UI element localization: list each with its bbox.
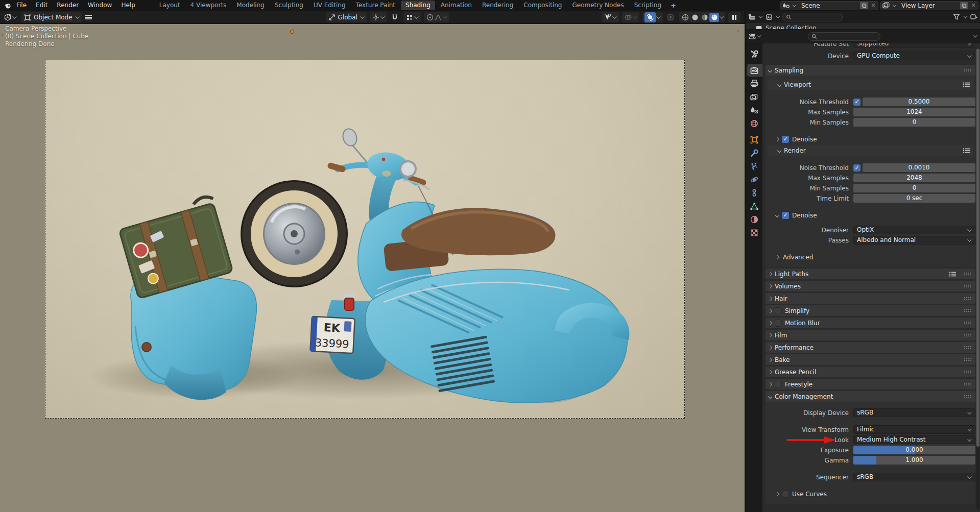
freestyle-panel-header[interactable]: Freestyle bbox=[766, 379, 975, 389]
scene-name[interactable]: Scene bbox=[798, 2, 858, 9]
panel-grip-icon[interactable] bbox=[964, 382, 972, 386]
pivot-point-button[interactable] bbox=[370, 12, 387, 22]
noise-threshold-checkbox[interactable] bbox=[853, 99, 861, 106]
use-curves-row[interactable]: Use Curves bbox=[766, 490, 975, 498]
mode-selector[interactable]: Object Mode bbox=[21, 12, 82, 22]
tab-texture-properties[interactable] bbox=[746, 226, 762, 239]
outliner-filter-icon[interactable] bbox=[952, 13, 961, 21]
tab-scripting[interactable]: Scripting bbox=[630, 1, 666, 10]
snap-toggle[interactable] bbox=[389, 12, 400, 22]
presets-icon[interactable] bbox=[949, 271, 957, 277]
noise-threshold-field[interactable]: 0.5000 bbox=[863, 97, 975, 106]
tab-material-properties[interactable] bbox=[746, 213, 762, 226]
panel-grip-icon[interactable] bbox=[964, 309, 972, 312]
outliner-display-mode-icon[interactable] bbox=[765, 13, 773, 21]
unlink-scene-icon[interactable]: ✕ bbox=[870, 2, 877, 9]
volumes-panel-header[interactable]: Volumes bbox=[766, 281, 975, 291]
render-region-button[interactable] bbox=[665, 12, 676, 22]
tab-uv-editing[interactable]: UV Editing bbox=[309, 1, 350, 10]
panel-grip-icon[interactable] bbox=[964, 346, 972, 349]
tab-rendering[interactable]: Rendering bbox=[477, 1, 518, 10]
viewport-3d[interactable]: Camera Perspective (0) Scene Collection … bbox=[0, 24, 745, 512]
exposure-slider[interactable]: 0.000 bbox=[853, 446, 975, 454]
properties-options-icon[interactable] bbox=[973, 33, 977, 37]
performance-panel-header[interactable]: Performance bbox=[766, 342, 975, 353]
motion-blur-panel-header[interactable]: Motion Blur bbox=[766, 318, 975, 328]
tab-particle-properties[interactable] bbox=[746, 160, 762, 173]
tab-view-layer-properties[interactable] bbox=[746, 90, 762, 103]
film-panel-header[interactable]: Film bbox=[766, 330, 975, 340]
menu-help[interactable]: Help bbox=[116, 0, 139, 11]
shading-wireframe-icon[interactable] bbox=[680, 13, 690, 22]
viewport-denoise-checkbox[interactable] bbox=[782, 136, 789, 143]
tab-modifier-properties[interactable] bbox=[746, 147, 762, 159]
menu-render[interactable]: Render bbox=[52, 0, 83, 11]
tab-modeling[interactable]: Modeling bbox=[232, 1, 269, 10]
panel-grip-icon[interactable] bbox=[964, 333, 972, 337]
hair-panel-header[interactable]: Hair bbox=[766, 293, 975, 304]
presets-icon[interactable] bbox=[963, 82, 970, 88]
scene-selector[interactable]: Scene ⧉ ✕ bbox=[780, 1, 878, 10]
tab-physics-properties[interactable] bbox=[746, 173, 762, 186]
passes-dropdown[interactable]: Albedo and Normal bbox=[853, 236, 975, 245]
show-gizmo-button[interactable] bbox=[602, 12, 619, 22]
sequencer-dropdown[interactable]: sRGB bbox=[853, 473, 975, 481]
render-denoise-row[interactable]: Denoise bbox=[766, 211, 975, 220]
device-dropdown[interactable]: GPU Compute bbox=[853, 52, 975, 60]
view-transform-dropdown[interactable]: Filmic bbox=[853, 425, 975, 434]
bake-panel-header[interactable]: Bake bbox=[766, 354, 975, 365]
remove-view-layer-icon[interactable]: ✕ bbox=[970, 2, 977, 9]
tab-4viewports[interactable]: 4 Viewports bbox=[186, 1, 231, 10]
toggle-xray-button[interactable] bbox=[644, 12, 656, 22]
tab-tool[interactable] bbox=[746, 47, 762, 60]
light-paths-panel-header[interactable]: Light Paths bbox=[766, 269, 975, 279]
xray-shading-group[interactable] bbox=[642, 12, 663, 22]
show-overlays-button[interactable] bbox=[622, 12, 639, 22]
use-curves-checkbox[interactable] bbox=[782, 491, 789, 498]
sampling-panel-header[interactable]: Sampling bbox=[766, 65, 975, 76]
new-collection-icon[interactable] bbox=[970, 13, 978, 21]
tab-shading[interactable]: Shading bbox=[401, 1, 435, 10]
viewport-menus-toggle[interactable] bbox=[84, 12, 93, 22]
max-samples-field[interactable]: 2048 bbox=[853, 174, 975, 182]
noise-threshold-field[interactable]: 0.0010 bbox=[863, 163, 975, 172]
gamma-slider[interactable]: 1.000 bbox=[853, 456, 975, 465]
color-management-panel-header[interactable]: Color Management bbox=[766, 391, 975, 402]
tab-world-properties[interactable] bbox=[746, 117, 762, 130]
noise-threshold-checkbox[interactable] bbox=[853, 164, 861, 172]
simplify-checkbox[interactable] bbox=[775, 307, 782, 314]
transform-orientation[interactable]: Global bbox=[326, 12, 367, 22]
properties-scrollbar[interactable] bbox=[976, 47, 979, 510]
min-samples-field[interactable]: 0 bbox=[853, 184, 975, 192]
display-device-dropdown[interactable]: sRGB bbox=[853, 408, 975, 417]
menu-file[interactable]: File bbox=[12, 0, 31, 11]
panel-grip-icon[interactable] bbox=[964, 370, 972, 374]
tab-constraint-properties[interactable] bbox=[746, 186, 762, 199]
tab-compositing[interactable]: Compositing bbox=[519, 1, 566, 10]
panel-grip-icon[interactable] bbox=[964, 272, 972, 276]
render-denoise-checkbox[interactable] bbox=[782, 212, 789, 219]
tab-sculpting[interactable]: Sculpting bbox=[270, 1, 308, 10]
presets-icon[interactable] bbox=[963, 148, 970, 154]
tab-animation[interactable]: Animation bbox=[436, 1, 476, 10]
tab-layout[interactable]: Layout bbox=[155, 1, 185, 10]
panel-grip-icon[interactable] bbox=[964, 321, 972, 325]
properties-editor-icon[interactable] bbox=[748, 32, 756, 40]
sampling-render-subpanel-header[interactable]: Render bbox=[768, 145, 973, 156]
feature-set-dropdown[interactable]: Supported bbox=[853, 43, 975, 48]
pause-render-button[interactable] bbox=[728, 12, 740, 22]
panel-grip-icon[interactable] bbox=[964, 358, 972, 361]
sidebar-region-toggle[interactable]: ‹ bbox=[737, 27, 739, 34]
view-layer-selector[interactable]: View Layer ⧉ ✕ bbox=[880, 1, 978, 10]
tab-texture-paint[interactable]: Texture Paint bbox=[351, 1, 400, 10]
object-origin-dot[interactable] bbox=[290, 30, 294, 34]
outliner-search-input[interactable] bbox=[782, 13, 843, 21]
editor-type-button[interactable] bbox=[2, 12, 18, 22]
freestyle-checkbox[interactable] bbox=[775, 381, 782, 388]
look-dropdown[interactable]: Medium High Contrast bbox=[853, 435, 975, 444]
outliner-scene-collection-row[interactable]: Scene Collection bbox=[746, 23, 980, 30]
tab-render-properties[interactable] bbox=[746, 64, 762, 77]
shading-material-icon[interactable] bbox=[700, 13, 709, 22]
shading-rendered-icon[interactable] bbox=[709, 13, 719, 22]
panel-grip-icon[interactable] bbox=[964, 297, 972, 300]
